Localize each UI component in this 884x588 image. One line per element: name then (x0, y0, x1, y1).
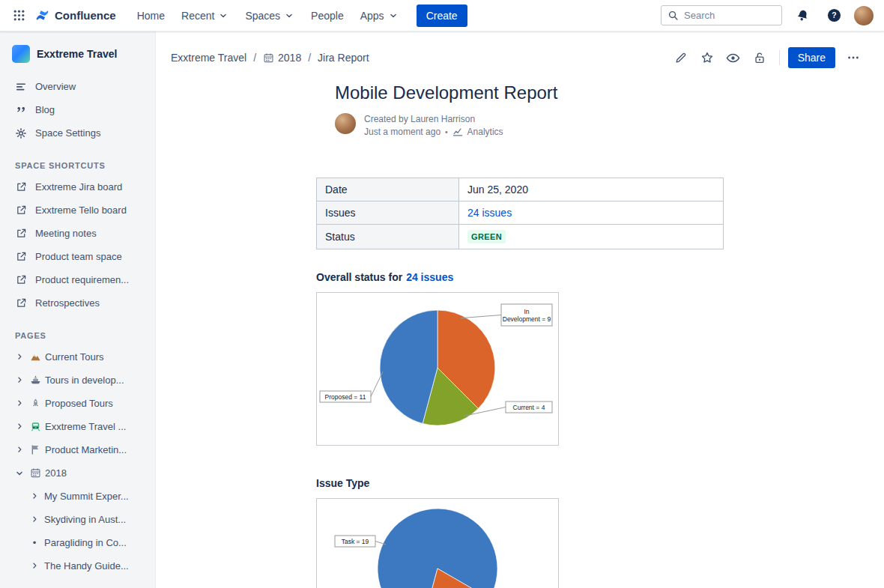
sidebar-item-space-settings[interactable]: Space Settings (12, 121, 149, 145)
primary-nav: HomeRecentSpacesPeopleApps (130, 4, 406, 27)
chevron-down-icon[interactable] (13, 467, 25, 479)
space-shortcuts-list: Exxtreme Jira boardExxtreme Tello boardM… (12, 175, 149, 315)
notifications-button[interactable] (791, 4, 814, 27)
byline: Created by Lauren Harrison Just a moment… (335, 113, 724, 137)
chevron-right-icon[interactable] (13, 398, 25, 410)
page-tree-item-paragliding-in-co[interactable]: •Paragliding in Co... (12, 531, 149, 554)
calendar-icon (29, 467, 41, 479)
chevron-right-icon[interactable] (13, 351, 25, 363)
shortcut-retrospectives[interactable]: Retrospectives (12, 291, 149, 315)
nav-item-recent[interactable]: Recent (174, 4, 236, 27)
page-tree-item-product-marketin[interactable]: Product Marketin... (12, 438, 149, 461)
shortcut-product-team-space[interactable]: Product team space (12, 245, 149, 268)
chevron-right-icon[interactable] (13, 444, 25, 456)
user-avatar[interactable] (854, 6, 874, 25)
nav-item-label: Apps (360, 10, 384, 22)
row-value: 24 issues (459, 201, 724, 225)
chevron-right-icon[interactable] (13, 421, 25, 433)
chevron-right-icon[interactable] (13, 375, 25, 387)
nav-item-spaces[interactable]: Spaces (237, 4, 302, 27)
page-tree-label: Skydiving in Aust... (44, 514, 126, 525)
analytics-link[interactable]: Analytics (467, 127, 503, 137)
restrictions-button[interactable] (748, 46, 771, 69)
chevron-right-icon[interactable] (28, 560, 40, 572)
page-tree-item-tours-in-develop[interactable]: Tours in develop... (12, 369, 149, 392)
created-by-text: Created by Lauren Harrison (364, 114, 503, 124)
breadcrumb-item-jira-report[interactable]: Jira Report (318, 52, 369, 64)
table-row: StatusGREEN (317, 225, 724, 249)
nav-item-home[interactable]: Home (130, 4, 172, 27)
chevron-right-icon[interactable] (28, 491, 40, 503)
row-value: Jun 25, 2020 (459, 178, 724, 201)
status-lozenge: GREEN (467, 230, 506, 243)
share-button[interactable]: Share (788, 47, 835, 68)
shortcut-meeting-notes[interactable]: Meeting notes (12, 222, 149, 245)
chevron-down-icon (388, 10, 399, 21)
external-link-icon (15, 228, 27, 240)
svg-text:?: ? (832, 11, 836, 19)
more-button[interactable] (842, 46, 865, 69)
external-link-icon (15, 251, 27, 263)
page-actions: Share (670, 46, 865, 69)
space-header[interactable]: Exxtreme Travel (12, 45, 149, 63)
app-switcher-button[interactable] (7, 4, 30, 27)
eye-icon (726, 51, 740, 65)
flag-icon (29, 444, 41, 456)
help-button[interactable]: ? (823, 4, 845, 27)
svg-text:Proposed = 11: Proposed = 11 (325, 393, 366, 401)
page-tree-item-current-tours[interactable]: Current Tours (12, 345, 149, 369)
confluence-logo-icon (34, 7, 50, 23)
space-name: Exxtreme Travel (37, 48, 117, 60)
nav-item-apps[interactable]: Apps (353, 4, 406, 27)
shortcut-product-requiremen[interactable]: Product requiremen... (12, 268, 149, 291)
issues-link[interactable]: 24 issues (467, 207, 512, 219)
issues-count-link[interactable]: 24 issues (406, 271, 453, 283)
page-tree-item-exxtreme-travel[interactable]: Exxtreme Travel ... (12, 415, 149, 438)
overall-status-heading: Overall status for24 issues (316, 271, 724, 283)
breadcrumb-item-exxtreme-travel[interactable]: Exxtreme Travel (171, 52, 246, 64)
shortcut-label: Retrospectives (35, 297, 100, 309)
favourite-button[interactable] (696, 46, 718, 69)
shortcut-label: Product requiremen... (35, 274, 129, 285)
page-tree-item-the-handy-guide[interactable]: The Handy Guide... (12, 554, 149, 578)
breadcrumb-separator: / (253, 52, 256, 64)
nav-item-label: Home (137, 10, 165, 22)
breadcrumb-item-2018[interactable]: 2018 (263, 52, 301, 64)
shortcut-exxtreme-tello-board[interactable]: Exxtreme Tello board (12, 198, 149, 222)
row-label: Issues (317, 201, 459, 225)
chevron-right-icon[interactable] (28, 514, 40, 526)
shortcut-label: Meeting notes (35, 228, 97, 239)
page-tree-label: My Summit Exper... (44, 491, 129, 502)
row-value: GREEN (459, 225, 724, 249)
nav-item-label: Spaces (245, 10, 280, 22)
confluence-home-link[interactable]: Confluence (31, 7, 124, 23)
ship-icon (29, 375, 41, 387)
search-input[interactable] (684, 10, 775, 21)
shortcut-exxtreme-jira-board[interactable]: Exxtreme Jira board (12, 175, 149, 198)
watch-button[interactable] (722, 46, 745, 69)
row-label: Status (317, 225, 459, 249)
edit-button[interactable] (670, 46, 692, 69)
sidebar-item-overview[interactable]: Overview (12, 75, 149, 98)
nav-item-label: Recent (181, 10, 214, 22)
ellipsis-icon (847, 51, 860, 64)
row-label: Date (317, 178, 459, 201)
search-box[interactable] (661, 5, 782, 25)
svg-text:Task = 19: Task = 19 (342, 538, 369, 545)
page-tree-item-skydiving-in-aust[interactable]: Skydiving in Aust... (12, 508, 149, 531)
page-tree-item-2018[interactable]: 2018 (12, 461, 149, 485)
pages-tree: Current ToursTours in develop...Proposed… (12, 345, 149, 578)
pie-chart-svg: InDevelopment = 9Current = 4Proposed = 1… (317, 293, 558, 445)
create-button[interactable]: Create (417, 4, 467, 27)
rocket-icon (29, 398, 41, 410)
space-shortcuts-heading: SPACE SHORTCUTS (15, 161, 149, 170)
sidebar-main-nav: OverviewBlogSpace Settings (12, 75, 149, 145)
page-tree-label: Product Marketin... (45, 444, 127, 455)
page-tree-item-proposed-tours[interactable]: Proposed Tours (12, 392, 149, 415)
pages-heading: PAGES (15, 331, 149, 340)
sidebar-item-blog[interactable]: Blog (12, 98, 149, 121)
external-link-icon (15, 181, 27, 193)
nav-item-people[interactable]: People (303, 4, 351, 27)
page-tree-item-my-summit-exper[interactable]: My Summit Exper... (12, 485, 149, 508)
author-avatar[interactable] (335, 113, 356, 134)
